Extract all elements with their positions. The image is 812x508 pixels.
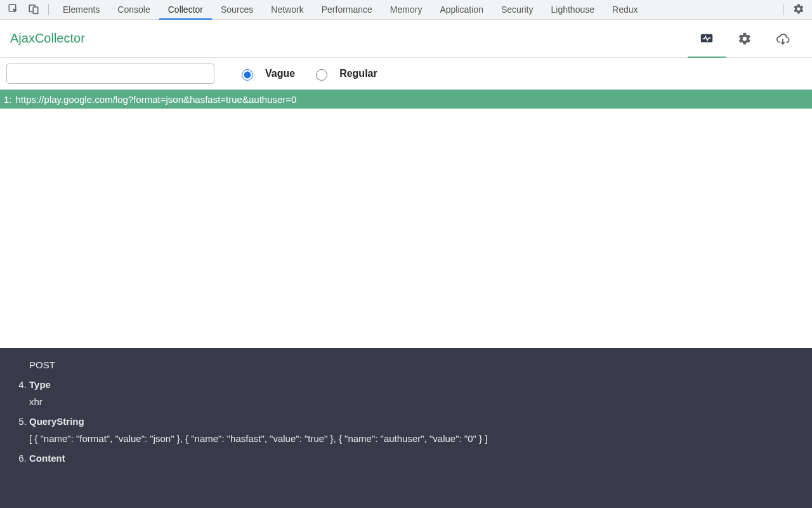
tab-lighthouse[interactable]: Lighthouse xyxy=(542,0,604,19)
divider xyxy=(783,4,784,15)
tab-memory[interactable]: Memory xyxy=(381,0,431,19)
divider xyxy=(48,4,49,15)
radio-vague-input[interactable] xyxy=(242,69,253,81)
tabstrip-right-icons xyxy=(781,3,812,17)
details-item-content: Content xyxy=(29,453,799,464)
tab-performance[interactable]: Performance xyxy=(313,0,381,19)
monitor-icon-button[interactable] xyxy=(688,20,726,58)
radio-vague[interactable]: Vague xyxy=(239,67,295,81)
tab-sources[interactable]: Sources xyxy=(212,0,262,19)
details-list: Type xhr QueryString [ { "name": "format… xyxy=(13,379,799,464)
radio-regular-label: Regular xyxy=(339,68,377,79)
radio-regular-input[interactable] xyxy=(316,69,327,81)
tab-elements[interactable]: Elements xyxy=(54,0,108,19)
details-item-querystring: QueryString [ { "name": "format", "value… xyxy=(29,416,799,444)
settings-icon-button[interactable] xyxy=(726,20,764,58)
tab-console[interactable]: Console xyxy=(108,0,159,19)
details-key: Type xyxy=(29,379,51,390)
device-toggle-icon[interactable] xyxy=(28,3,39,17)
svg-rect-2 xyxy=(33,7,38,14)
details-key: Content xyxy=(29,453,65,464)
tab-security[interactable]: Security xyxy=(492,0,542,19)
empty-area xyxy=(0,109,812,348)
app-title: AjaxCollector xyxy=(10,31,85,46)
tab-network[interactable]: Network xyxy=(262,0,312,19)
settings-gear-icon[interactable] xyxy=(793,3,804,17)
filter-bar: Vague Regular xyxy=(0,58,812,90)
devtools-tabs: Elements Console Collector Sources Netwo… xyxy=(54,0,646,19)
tab-collector[interactable]: Collector xyxy=(159,0,212,19)
request-list: 1: https://play.google.com/log?format=js… xyxy=(0,90,812,109)
details-leading-value: POST xyxy=(29,359,799,370)
app-header: AjaxCollector xyxy=(0,20,812,58)
filter-input[interactable] xyxy=(6,64,214,84)
radio-regular[interactable]: Regular xyxy=(313,67,377,81)
cloud-download-icon-button[interactable] xyxy=(764,20,802,58)
details-value: [ { "name": "format", "value": "json" },… xyxy=(29,433,799,444)
request-url: https://play.google.com/log?format=json&… xyxy=(16,94,297,105)
details-panel: POST Type xhr QueryString [ { "name": "f… xyxy=(0,348,812,508)
match-mode-radio-group: Vague Regular xyxy=(239,67,377,81)
devtools-tabstrip: Elements Console Collector Sources Netwo… xyxy=(0,0,812,20)
tabstrip-left-icons xyxy=(0,0,46,19)
request-row[interactable]: 1: https://play.google.com/log?format=js… xyxy=(0,90,812,109)
details-item-type: Type xhr xyxy=(29,379,799,407)
details-key: QueryString xyxy=(29,416,84,427)
details-value: xhr xyxy=(29,396,799,407)
inspect-element-icon[interactable] xyxy=(8,3,19,17)
radio-vague-label: Vague xyxy=(265,68,295,79)
request-index: 1: xyxy=(4,94,12,105)
tab-application[interactable]: Application xyxy=(431,0,492,19)
tab-redux[interactable]: Redux xyxy=(603,0,646,19)
